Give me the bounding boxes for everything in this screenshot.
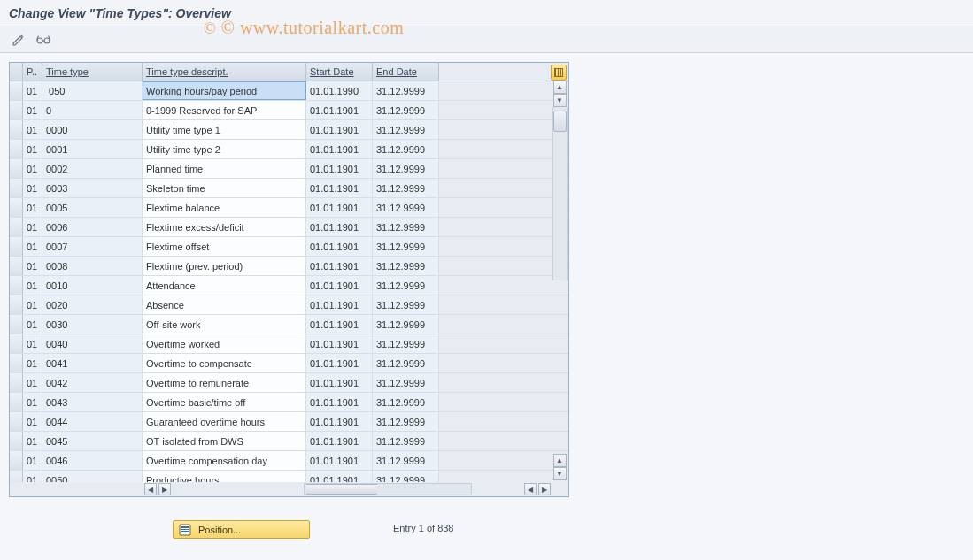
cell-p[interactable]: 01 [23,237,42,256]
row-select-handle[interactable] [10,393,23,411]
hscroll-thumb[interactable] [306,484,377,495]
row-select-handle[interactable] [10,471,23,482]
table-row[interactable]: 010010Attendance01.01.190131.12.9999 [10,276,568,295]
cell-description[interactable]: Flextime balance [143,198,306,217]
row-select-handle[interactable] [10,412,23,431]
row-select-handle[interactable] [10,218,23,236]
table-row[interactable]: 010030Off-site work01.01.190131.12.9999 [10,315,568,334]
cell-description[interactable]: Flextime offset [143,237,306,256]
cell-p[interactable]: 01 [23,120,42,139]
cell-p[interactable]: 01 [23,432,42,450]
table-row[interactable]: 010042Overtime to remunerate01.01.190131… [10,373,568,393]
table-row[interactable]: 010044Guaranteed overtime hours01.01.190… [10,412,568,432]
scroll-up-button[interactable]: ▲ [553,81,567,94]
cell-description[interactable]: Productive hours [143,471,306,482]
hscroll-track[interactable] [304,483,472,495]
cell-start-date[interactable]: 01.01.1901 [306,315,373,334]
cell-end-date[interactable]: 31.12.9999 [373,432,439,450]
table-row[interactable]: 010020Absence01.01.190131.12.9999 [10,295,568,315]
table-row[interactable]: 010046Overtime compensation day01.01.190… [10,451,568,471]
row-select-handle[interactable] [10,159,23,178]
cell-end-date[interactable]: 31.12.9999 [373,295,439,314]
cell-p[interactable]: 01 [23,393,42,411]
cell-description[interactable]: Absence [143,295,306,314]
cell-end-date[interactable]: 31.12.9999 [373,257,439,275]
cell-end-date[interactable]: 31.12.9999 [373,471,439,482]
table-row[interactable]: 010050Productive hours01.01.190131.12.99… [10,471,568,482]
row-select-handle[interactable] [10,140,23,158]
cell-end-date[interactable]: 31.12.9999 [373,393,439,411]
hscroll-left2-button[interactable]: ◀ [524,483,537,495]
column-header-p[interactable]: P.. [23,63,42,81]
column-header-time-type[interactable]: Time type [42,63,143,81]
cell-p[interactable]: 01 [23,218,42,236]
cell-time-type[interactable]: 050 [42,81,143,100]
cell-time-type[interactable]: 0020 [42,295,143,314]
cell-p[interactable]: 01 [23,295,42,314]
cell-description[interactable]: Flextime (prev. period) [143,257,306,275]
vertical-scroll-thumb[interactable] [553,111,567,132]
cell-description[interactable]: Overtime to compensate [143,354,306,372]
cell-description[interactable]: 0-1999 Reserved for SAP [143,101,306,119]
row-select-handle[interactable] [10,179,23,197]
column-header-end-date[interactable]: End Date [373,63,439,81]
cell-p[interactable]: 01 [23,159,42,178]
vertical-scrollbar[interactable]: ▲ ▼ ▲ ▼ [552,81,567,480]
cell-start-date[interactable]: 01.01.1901 [306,295,373,314]
cell-description[interactable]: Planned time [143,159,306,178]
display-details-button[interactable] [34,30,53,50]
cell-end-date[interactable]: 31.12.9999 [373,237,439,256]
cell-end-date[interactable]: 31.12.9999 [373,373,439,392]
cell-time-type[interactable]: 0030 [42,315,143,334]
cell-description[interactable]: Overtime to remunerate [143,373,306,392]
table-settings-button[interactable] [551,65,567,81]
cell-p[interactable]: 01 [23,276,42,295]
cell-end-date[interactable]: 31.12.9999 [373,218,439,236]
cell-description[interactable]: Overtime basic/time off [143,393,306,411]
cell-start-date[interactable]: 01.01.1901 [306,159,373,178]
cell-p[interactable]: 01 [23,354,42,372]
cell-end-date[interactable]: 31.12.9999 [373,198,439,217]
cell-end-date[interactable]: 31.12.9999 [373,412,439,431]
table-row[interactable]: 010041Overtime to compensate01.01.190131… [10,354,568,373]
cell-end-date[interactable]: 31.12.9999 [373,81,439,100]
cell-time-type[interactable]: 0043 [42,393,143,411]
cell-description[interactable]: Overtime compensation day [143,451,306,470]
column-header-description[interactable]: Time type descript. [143,63,306,81]
cell-p[interactable]: 01 [23,257,42,275]
cell-time-type[interactable]: 0008 [42,257,143,275]
table-row[interactable]: 010045OT isolated from DWS01.01.190131.1… [10,432,568,451]
table-row[interactable]: 010003Skeleton time01.01.190131.12.9999 [10,179,568,198]
cell-description[interactable]: OT isolated from DWS [143,432,306,450]
cell-start-date[interactable]: 01.01.1901 [306,451,373,470]
cell-start-date[interactable]: 01.01.1901 [306,373,373,392]
cell-start-date[interactable]: 01.01.1901 [306,198,373,217]
cell-end-date[interactable]: 31.12.9999 [373,120,439,139]
cell-time-type[interactable]: 0010 [42,276,143,295]
cell-start-date[interactable]: 01.01.1901 [306,140,373,158]
scroll-up-bottom-button[interactable]: ▲ [553,454,567,467]
cell-end-date[interactable]: 31.12.9999 [373,179,439,197]
cell-start-date[interactable]: 01.01.1990 [306,81,373,100]
vertical-scroll-track[interactable] [552,107,568,280]
cell-p[interactable]: 01 [23,373,42,392]
scroll-down-button[interactable]: ▼ [553,94,567,107]
cell-time-type[interactable]: 0002 [42,159,143,178]
cell-time-type[interactable]: 0040 [42,334,143,353]
table-row[interactable]: 010000Utility time type 101.01.190131.12… [10,120,568,140]
cell-time-type[interactable]: 0006 [42,218,143,236]
cell-description[interactable]: Utility time type 1 [143,120,306,139]
cell-start-date[interactable]: 01.01.1901 [306,471,373,482]
cell-p[interactable]: 01 [23,198,42,217]
cell-time-type[interactable]: 0001 [42,140,143,158]
table-row[interactable]: 010001Utility time type 201.01.190131.12… [10,140,568,159]
row-select-handle[interactable] [10,257,23,275]
cell-end-date[interactable]: 31.12.9999 [373,334,439,353]
cell-description[interactable]: Skeleton time [143,179,306,197]
row-select-handle[interactable] [10,120,23,139]
cell-description[interactable]: Utility time type 2 [143,140,306,158]
cell-time-type[interactable]: 0000 [42,120,143,139]
cell-start-date[interactable]: 01.01.1901 [306,218,373,236]
row-select-handle[interactable] [10,451,23,470]
row-select-handle[interactable] [10,295,23,314]
